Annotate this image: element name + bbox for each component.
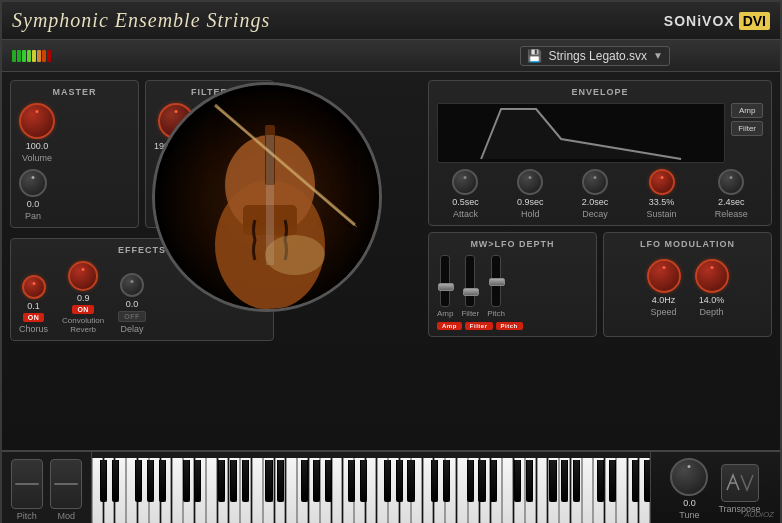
black-key[interactable] <box>218 460 225 502</box>
lfo-pitch-btn[interactable]: Pitch <box>496 322 523 330</box>
black-key[interactable] <box>490 460 497 502</box>
black-key[interactable] <box>478 460 485 502</box>
convolution-knob[interactable] <box>68 261 98 291</box>
pitch-slider-thumb[interactable] <box>489 278 505 286</box>
white-key[interactable] <box>457 458 468 523</box>
white-key[interactable] <box>172 458 183 523</box>
white-key[interactable] <box>332 458 343 523</box>
mod-wheel-graphic[interactable] <box>50 459 82 509</box>
convolution-toggle[interactable]: ON <box>72 305 94 314</box>
filter-slider-track[interactable] <box>465 255 475 307</box>
volume-knob[interactable] <box>19 103 55 139</box>
attack-value: 0.5sec <box>452 197 479 207</box>
env-buttons-group: Amp Filter <box>731 103 763 169</box>
env-filter-button[interactable]: Filter <box>731 121 763 136</box>
lfo-depth-toggles: Amp Filter Pitch <box>437 322 588 330</box>
keyboard-wrapper <box>92 452 650 523</box>
black-key[interactable] <box>644 460 650 502</box>
white-key[interactable] <box>582 458 593 523</box>
decay-knob[interactable] <box>582 169 608 195</box>
release-value: 2.4sec <box>718 197 745 207</box>
transpose-graphic[interactable] <box>721 464 759 502</box>
white-key[interactable] <box>286 458 297 523</box>
pitch-wheel-graphic[interactable] <box>11 459 43 509</box>
attack-knob[interactable] <box>452 169 478 195</box>
black-key[interactable] <box>194 460 201 502</box>
black-key[interactable] <box>159 460 166 502</box>
black-key[interactable] <box>431 460 438 502</box>
release-group: 2.4sec Release <box>715 169 748 219</box>
black-key[interactable] <box>313 460 320 502</box>
black-key[interactable] <box>348 460 355 502</box>
filter-slider-thumb[interactable] <box>463 288 479 296</box>
black-key[interactable] <box>526 460 533 502</box>
env-amp-button[interactable]: Amp <box>731 103 763 118</box>
chorus-label: Chorus <box>19 324 48 334</box>
black-key[interactable] <box>100 460 107 502</box>
black-key[interactable] <box>277 460 284 502</box>
black-key[interactable] <box>573 460 580 502</box>
black-key[interactable] <box>135 460 142 502</box>
black-key[interactable] <box>384 460 391 502</box>
main-content: MASTER 100.0 Volume <box>2 72 780 450</box>
black-key[interactable] <box>242 460 249 502</box>
pan-knob-dot <box>32 176 35 179</box>
white-key[interactable] <box>537 458 548 523</box>
lfo-depth-dot <box>710 266 713 269</box>
white-key[interactable] <box>206 458 217 523</box>
envelope-section: ENVELOPE Amp Filter <box>428 80 772 226</box>
black-key[interactable] <box>112 460 119 502</box>
lfo-mod-title: LFO MODULATION <box>612 239 763 249</box>
delay-toggle[interactable]: OFF <box>118 311 146 322</box>
pan-knob[interactable] <box>19 169 47 197</box>
black-key[interactable] <box>609 460 616 502</box>
white-key[interactable] <box>252 458 263 523</box>
depth-label: Depth <box>699 307 723 317</box>
black-key[interactable] <box>467 460 474 502</box>
black-key[interactable] <box>360 460 367 502</box>
piano-container <box>92 452 650 523</box>
pitch-slider-track[interactable] <box>491 255 501 307</box>
black-key[interactable] <box>147 460 154 502</box>
pan-value: 0.0 <box>27 199 40 209</box>
chorus-knob[interactable] <box>22 275 46 299</box>
vumeter-bar-6 <box>37 50 41 62</box>
chorus-toggle[interactable]: ON <box>23 313 45 322</box>
amp-slider-thumb[interactable] <box>438 283 454 291</box>
master-pan-row: 0.0 Pan <box>19 169 130 221</box>
black-key[interactable] <box>396 460 403 502</box>
app-container: Symphonic Ensemble Strings SONiVOX DVI 💾… <box>0 0 782 523</box>
sustain-dot <box>660 176 663 179</box>
black-key[interactable] <box>632 460 639 502</box>
black-key[interactable] <box>230 460 237 502</box>
sustain-knob[interactable] <box>649 169 675 195</box>
black-key[interactable] <box>597 460 604 502</box>
sustain-label: Sustain <box>647 209 677 219</box>
black-key[interactable] <box>301 460 308 502</box>
white-key[interactable] <box>616 458 627 523</box>
preset-selector[interactable]: 💾 Strings Legato.svx ▼ <box>520 46 670 66</box>
tune-knob[interactable] <box>670 458 708 496</box>
black-key[interactable] <box>407 460 414 502</box>
lfo-filter-btn[interactable]: Filter <box>465 322 493 330</box>
lfo-amp-btn[interactable]: Amp <box>437 322 462 330</box>
pitch-wheel-group: Pitch <box>8 456 46 521</box>
black-key[interactable] <box>514 460 521 502</box>
hold-knob[interactable] <box>517 169 543 195</box>
piano-keys[interactable] <box>92 458 650 523</box>
black-key[interactable] <box>183 460 190 502</box>
convolution-group: 0.9 ON ConvolutionReverb <box>62 261 104 334</box>
white-key[interactable] <box>502 458 513 523</box>
black-key[interactable] <box>265 460 272 502</box>
black-key[interactable] <box>549 460 556 502</box>
black-key[interactable] <box>443 460 450 502</box>
white-key[interactable] <box>366 458 377 523</box>
lfo-depth-knob[interactable] <box>695 259 729 293</box>
speed-knob[interactable] <box>647 259 681 293</box>
envelope-title: ENVELOPE <box>437 87 763 97</box>
release-knob[interactable] <box>718 169 744 195</box>
black-key[interactable] <box>325 460 332 502</box>
delay-knob[interactable] <box>120 273 144 297</box>
black-key[interactable] <box>561 460 568 502</box>
amp-slider-track[interactable] <box>440 255 450 307</box>
